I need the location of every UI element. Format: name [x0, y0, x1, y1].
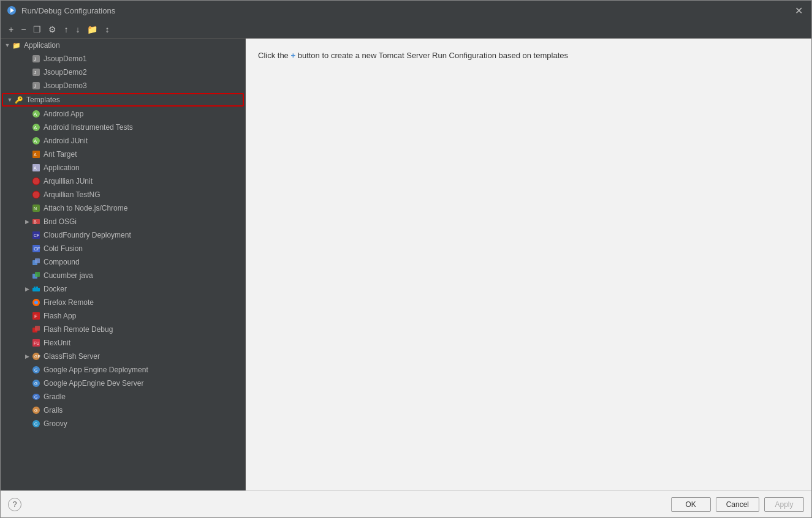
move-down-button[interactable]: ↓	[72, 23, 83, 36]
svg-text:A: A	[34, 111, 37, 117]
svg-text:B: B	[34, 220, 37, 224]
ok-button[interactable]: OK	[671, 497, 711, 512]
jsoupdemo3-item[interactable]: J JsoupDemo3	[1, 79, 245, 92]
help-button[interactable]: ?	[8, 498, 21, 511]
flexunit-item[interactable]: FU FlexUnit	[1, 336, 245, 350]
firefox-label: Firefox Remote	[44, 298, 94, 307]
groovy-label: Groovy	[44, 419, 67, 428]
google-icon-1: G	[31, 365, 41, 375]
run-debug-dialog: Run/Debug Configurations ✕ + − ❐ ⚙ ↑ ↓ 📁…	[0, 0, 812, 518]
grails-item[interactable]: G Grails	[1, 404, 245, 417]
templates-group[interactable]: ▼ 🔑 Templates	[2, 93, 244, 107]
google-appengine-item[interactable]: G Google App Engine Deployment	[1, 363, 245, 377]
cloudfoundry-item[interactable]: CF CloudFoundry Deployment	[1, 228, 245, 242]
jsoupdemo3-label: JsoupDemo3	[44, 81, 87, 90]
jsoupdemo1-item[interactable]: J JsoupDemo1	[1, 52, 245, 66]
ant-target-item[interactable]: A Ant Target	[1, 148, 245, 161]
flash-remote-icon	[31, 325, 41, 334]
application-label: Application	[44, 163, 80, 172]
svg-point-19	[32, 191, 40, 198]
cucumber-item[interactable]: Cucumber java	[1, 269, 245, 282]
jsoup-icon-2: J	[31, 67, 41, 77]
flash-app-item[interactable]: F Flash App	[1, 309, 245, 323]
bnd-osgi-label: Bnd OSGi	[44, 217, 77, 226]
glassfish-item[interactable]: ▶ GF GlassFish Server	[1, 350, 245, 363]
add-button[interactable]: +	[6, 23, 17, 36]
google-dev-item[interactable]: G Google AppEngine Dev Server	[1, 377, 245, 390]
arquillian-testng-item[interactable]: Arquillian TestNG	[1, 188, 245, 201]
android-junit-label: Android JUnit	[44, 137, 88, 145]
expand-arrow-bnd: ▶	[23, 217, 31, 226]
firefox-item[interactable]: Firefox Remote	[1, 296, 245, 309]
attach-nodejs-item[interactable]: N Attach to Node.js/Chrome	[1, 201, 245, 215]
bottom-bar: ? OK Cancel Apply	[1, 490, 811, 517]
docker-item[interactable]: ▶ Docker	[1, 282, 245, 296]
glassfish-label: GlassFish Server	[44, 352, 100, 361]
android-junit-item[interactable]: A Android JUnit	[1, 134, 245, 148]
android-instrumented-item[interactable]: A Android Instrumented Tests	[1, 121, 245, 134]
android-app-item[interactable]: A Android App	[1, 107, 245, 121]
cold-fusion-icon: CF	[31, 244, 41, 253]
svg-text:J: J	[34, 56, 36, 62]
arquillian-icon-2	[31, 190, 41, 200]
flash-remote-label: Flash Remote Debug	[44, 325, 113, 334]
svg-text:A: A	[34, 166, 37, 170]
flex-icon: FU	[31, 338, 41, 348]
bottom-left: ?	[8, 498, 21, 511]
svg-rect-33	[34, 287, 36, 288]
expand-arrow-glassfish: ▶	[23, 352, 31, 361]
glassfish-icon: GF	[31, 351, 41, 361]
move-up-button[interactable]: ↑	[61, 23, 71, 36]
svg-rect-31	[35, 272, 40, 277]
svg-text:A: A	[34, 125, 37, 130]
svg-text:CF: CF	[34, 233, 39, 238]
instruction-text: Click the + button to create a new Tomca…	[258, 51, 568, 60]
flexunit-label: FlexUnit	[44, 339, 70, 347]
cold-fusion-item[interactable]: CF Cold Fusion	[1, 242, 245, 255]
docker-label: Docker	[44, 285, 67, 293]
svg-point-36	[34, 301, 38, 304]
flash-app-label: Flash App	[44, 312, 76, 320]
close-button[interactable]: ✕	[792, 5, 805, 17]
copy-button[interactable]: ❐	[30, 23, 44, 36]
gradle-label: Gradle	[44, 392, 66, 401]
right-panel: Click the + button to create a new Tomca…	[246, 39, 811, 490]
compound-item[interactable]: Compound	[1, 255, 245, 269]
expand-arrow-templates: ▼	[6, 96, 14, 104]
sort-button[interactable]: ↕	[102, 23, 112, 36]
arquillian-icon-1	[31, 176, 41, 186]
jsoupdemo2-item[interactable]: J JsoupDemo2	[1, 66, 245, 79]
svg-text:N: N	[34, 206, 37, 211]
arquillian-testng-label: Arquillian TestNG	[44, 190, 100, 199]
templates-label: Templates	[26, 96, 60, 104]
arquillian-junit-label: Arquillian JUnit	[44, 177, 93, 186]
remove-button[interactable]: −	[18, 23, 29, 36]
main-content: ▼ 📁 Application J JsoupDemo1 J JsoupDemo…	[1, 39, 811, 490]
svg-text:G: G	[34, 395, 37, 399]
groovy-item[interactable]: G Groovy	[1, 417, 245, 430]
bnd-osgi-item[interactable]: ▶ B Bnd OSGi	[1, 215, 245, 228]
nodejs-icon: N	[31, 203, 41, 213]
android-app-label: Android App	[44, 110, 83, 118]
google-icon-2: G	[31, 378, 41, 388]
svg-text:FU: FU	[34, 341, 39, 345]
arquillian-junit-item[interactable]: Arquillian JUnit	[1, 175, 245, 188]
compound-label: Compound	[44, 258, 80, 266]
apply-button[interactable]: Apply	[764, 497, 804, 512]
gradle-item[interactable]: G Gradle	[1, 390, 245, 404]
svg-rect-29	[35, 258, 40, 263]
cancel-button[interactable]: Cancel	[716, 497, 759, 512]
folder-button[interactable]: 📁	[84, 23, 101, 36]
svg-text:J: J	[34, 83, 36, 89]
ant-target-label: Ant Target	[44, 150, 77, 159]
flash-remote-item[interactable]: Flash Remote Debug	[1, 323, 245, 336]
key-icon: 🔑	[14, 95, 24, 105]
ant-icon: A	[31, 149, 41, 159]
svg-rect-40	[35, 326, 40, 331]
settings-button[interactable]: ⚙	[45, 23, 59, 36]
application-item[interactable]: A Application	[1, 161, 245, 175]
grails-icon: G	[31, 405, 41, 415]
application-group[interactable]: ▼ 📁 Application	[1, 39, 245, 52]
svg-text:J: J	[34, 70, 36, 75]
svg-text:CF: CF	[34, 246, 40, 252]
